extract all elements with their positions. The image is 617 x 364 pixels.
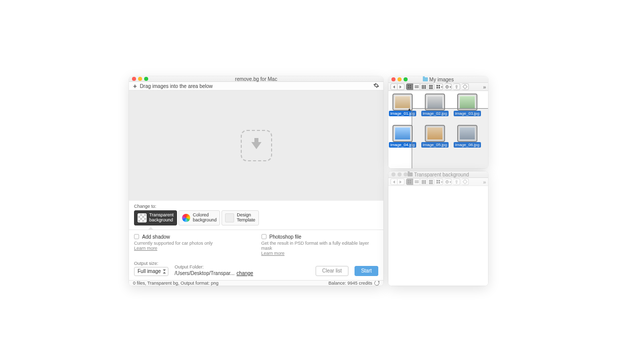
app-titlebar[interactable]: remove.bg for Mac bbox=[129, 76, 383, 82]
finder-transparent-bg: Transparent background ▾ ⚙▾ ⇧ » bbox=[388, 171, 488, 286]
output-size-select[interactable]: Full image bbox=[134, 267, 168, 276]
gallery-icon bbox=[429, 180, 433, 184]
list-icon bbox=[415, 85, 419, 88]
gear-icon: ⚙ bbox=[445, 84, 449, 89]
gear-icon: ⚙ bbox=[445, 179, 449, 185]
nav-forward-button[interactable] bbox=[398, 83, 405, 90]
learn-more-link[interactable]: Learn more bbox=[261, 251, 379, 256]
grid-icon bbox=[408, 85, 412, 89]
view-icons-button[interactable] bbox=[406, 178, 413, 185]
tag-icon bbox=[463, 84, 468, 89]
app-toolbar: + Drag images into the area below bbox=[129, 82, 383, 90]
chevron-right-icon bbox=[400, 180, 402, 184]
group-by-button[interactable]: ▾ bbox=[436, 178, 443, 185]
share-button[interactable]: ⇧ bbox=[453, 83, 460, 90]
finder-body[interactable] bbox=[388, 186, 488, 286]
checkbox-add-shadow[interactable] bbox=[134, 234, 139, 239]
color-wheel-icon bbox=[182, 214, 190, 222]
view-list-button[interactable] bbox=[413, 83, 420, 90]
columns-icon bbox=[422, 180, 426, 184]
drag-hint: Drag images into the area below bbox=[140, 83, 213, 89]
finder-titlebar[interactable]: Transparent background bbox=[388, 171, 488, 178]
action-menu-button[interactable]: ⚙▾ bbox=[445, 178, 452, 185]
folder-icon bbox=[408, 172, 413, 176]
removebg-window: remove.bg for Mac + Drag images into the… bbox=[129, 76, 383, 286]
output-row: Output size: Full image Output Folder: /… bbox=[129, 259, 383, 280]
nav-back-button[interactable] bbox=[390, 178, 398, 185]
learn-more-link[interactable]: Learn more bbox=[134, 246, 251, 251]
checkbox-photoshop[interactable] bbox=[261, 234, 267, 239]
action-menu-button[interactable]: ⚙▾ bbox=[445, 83, 452, 90]
nav-back-button[interactable] bbox=[390, 83, 398, 90]
view-gallery-button[interactable] bbox=[427, 178, 434, 185]
status-text: 0 files, Transparent bg, Output format: … bbox=[133, 281, 218, 286]
button-label: Clear list bbox=[322, 268, 342, 274]
group-by-button[interactable]: ▾ bbox=[436, 83, 443, 90]
output-size-label: Output size: bbox=[134, 261, 168, 266]
nav-forward-button[interactable] bbox=[398, 178, 405, 185]
chevron-left-icon bbox=[393, 85, 395, 88]
toolbar-overflow-button[interactable]: » bbox=[483, 179, 486, 185]
close-icon[interactable] bbox=[391, 172, 395, 176]
tab-transparent-bg[interactable]: Transparent background bbox=[134, 210, 177, 225]
app-title: remove.bg for Mac bbox=[129, 76, 383, 82]
drop-box bbox=[241, 130, 272, 161]
options-row: Add shadow Currently supported for car p… bbox=[129, 230, 383, 259]
view-columns-button[interactable] bbox=[420, 83, 427, 90]
finder-title: Transparent background bbox=[414, 172, 469, 177]
chevron-left-icon bbox=[393, 180, 395, 184]
group-icon bbox=[436, 85, 440, 89]
option-desc: Currently supported for car photos only bbox=[134, 241, 251, 246]
view-columns-button[interactable] bbox=[420, 178, 427, 185]
zoom-icon[interactable] bbox=[144, 77, 148, 81]
settings-button[interactable] bbox=[373, 82, 379, 90]
view-icons-button[interactable] bbox=[406, 83, 413, 90]
option-title: Add shadow bbox=[142, 234, 170, 240]
tags-button[interactable] bbox=[462, 83, 469, 90]
view-list-button[interactable] bbox=[413, 178, 420, 185]
change-folder-link[interactable]: change bbox=[237, 270, 253, 276]
view-gallery-button[interactable] bbox=[427, 83, 434, 90]
change-to-section: Change to: Transparent background Colore… bbox=[129, 201, 383, 230]
file-item[interactable]: image_04.jpg bbox=[392, 126, 413, 148]
thumbnail-icon bbox=[394, 126, 411, 141]
option-title: Photoshop file bbox=[270, 234, 301, 240]
close-icon[interactable] bbox=[391, 77, 395, 81]
finder-titlebar[interactable]: My images bbox=[388, 76, 488, 83]
dropzone[interactable] bbox=[129, 90, 383, 201]
group-icon bbox=[436, 180, 440, 184]
tags-button[interactable] bbox=[462, 178, 469, 185]
refresh-icon[interactable] bbox=[374, 280, 380, 286]
tab-design-template[interactable]: Design Template bbox=[222, 210, 259, 225]
minimize-icon[interactable] bbox=[138, 77, 142, 81]
finder-body[interactable]: image_01.jpg image_02.jpg image_03.jpg i… bbox=[388, 91, 488, 168]
thumbnail-icon bbox=[426, 95, 444, 109]
status-bar: 0 files, Transparent bg, Output format: … bbox=[129, 280, 383, 286]
minimize-icon[interactable] bbox=[398, 77, 402, 81]
zoom-icon[interactable] bbox=[404, 77, 408, 81]
balance-text: Balance: 9945 credits bbox=[328, 281, 372, 286]
share-icon: ⇧ bbox=[455, 179, 459, 185]
columns-icon bbox=[422, 85, 426, 89]
finder-toolbar: ▾ ⚙▾ ⇧ » bbox=[388, 178, 488, 186]
add-icon[interactable]: + bbox=[133, 82, 137, 90]
option-add-shadow: Add shadow Currently supported for car p… bbox=[134, 234, 251, 256]
template-icon bbox=[225, 213, 234, 222]
clear-list-button[interactable]: Clear list bbox=[316, 266, 348, 276]
minimize-icon[interactable] bbox=[398, 172, 402, 176]
tab-label: Template bbox=[237, 218, 255, 223]
gallery-icon bbox=[429, 85, 433, 89]
tab-colored-bg[interactable]: Colored background bbox=[179, 210, 220, 225]
file-item[interactable]: image_01.jpg bbox=[392, 95, 413, 116]
toolbar-overflow-button[interactable]: » bbox=[483, 84, 486, 90]
share-button[interactable]: ⇧ bbox=[453, 178, 460, 185]
gear-icon bbox=[373, 82, 379, 88]
output-folder-label: Output Folder: bbox=[174, 264, 253, 269]
change-to-label: Change to: bbox=[134, 204, 378, 209]
zoom-icon[interactable] bbox=[404, 172, 408, 176]
close-icon[interactable] bbox=[132, 77, 136, 81]
start-button[interactable]: Start bbox=[355, 266, 378, 276]
background-tabs: Transparent background Colored backgroun… bbox=[134, 210, 378, 225]
download-arrow-icon bbox=[251, 142, 261, 149]
tab-label: background bbox=[149, 218, 173, 223]
